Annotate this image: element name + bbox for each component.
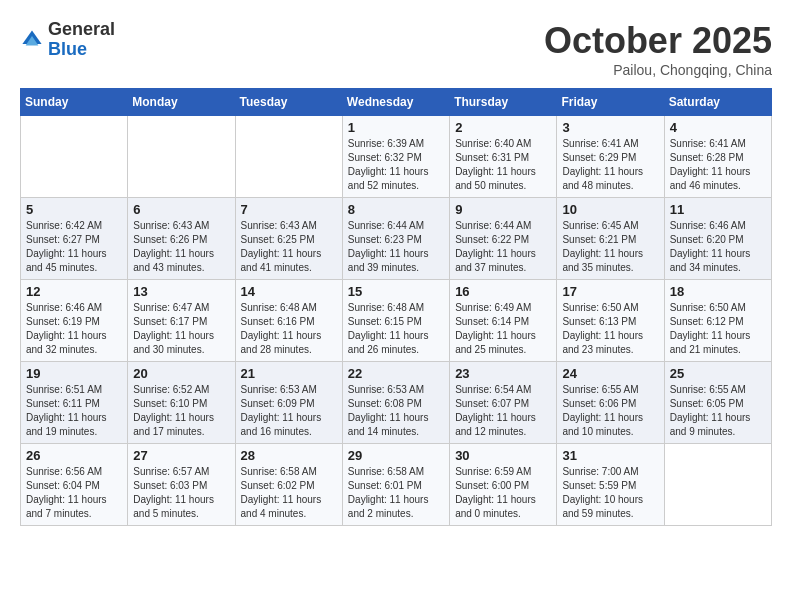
calendar-cell: 6Sunrise: 6:43 AM Sunset: 6:26 PM Daylig… [128, 198, 235, 280]
calendar-cell [664, 444, 771, 526]
day-info: Sunrise: 6:50 AM Sunset: 6:13 PM Dayligh… [562, 301, 658, 357]
day-info: Sunrise: 6:56 AM Sunset: 6:04 PM Dayligh… [26, 465, 122, 521]
day-number: 3 [562, 120, 658, 135]
calendar-cell: 2Sunrise: 6:40 AM Sunset: 6:31 PM Daylig… [450, 116, 557, 198]
day-number: 13 [133, 284, 229, 299]
logo-text: General Blue [48, 20, 115, 60]
day-info: Sunrise: 6:55 AM Sunset: 6:06 PM Dayligh… [562, 383, 658, 439]
day-number: 31 [562, 448, 658, 463]
calendar-cell: 10Sunrise: 6:45 AM Sunset: 6:21 PM Dayli… [557, 198, 664, 280]
calendar-cell [235, 116, 342, 198]
calendar-cell: 31Sunrise: 7:00 AM Sunset: 5:59 PM Dayli… [557, 444, 664, 526]
day-number: 8 [348, 202, 444, 217]
day-info: Sunrise: 6:51 AM Sunset: 6:11 PM Dayligh… [26, 383, 122, 439]
day-info: Sunrise: 6:59 AM Sunset: 6:00 PM Dayligh… [455, 465, 551, 521]
day-info: Sunrise: 6:48 AM Sunset: 6:15 PM Dayligh… [348, 301, 444, 357]
day-info: Sunrise: 6:50 AM Sunset: 6:12 PM Dayligh… [670, 301, 766, 357]
weekday-header-cell: Friday [557, 89, 664, 116]
day-number: 24 [562, 366, 658, 381]
day-number: 27 [133, 448, 229, 463]
day-number: 6 [133, 202, 229, 217]
calendar-week-row: 5Sunrise: 6:42 AM Sunset: 6:27 PM Daylig… [21, 198, 772, 280]
calendar-cell [21, 116, 128, 198]
calendar-cell: 4Sunrise: 6:41 AM Sunset: 6:28 PM Daylig… [664, 116, 771, 198]
day-number: 10 [562, 202, 658, 217]
day-number: 30 [455, 448, 551, 463]
day-info: Sunrise: 6:42 AM Sunset: 6:27 PM Dayligh… [26, 219, 122, 275]
day-number: 4 [670, 120, 766, 135]
day-info: Sunrise: 6:54 AM Sunset: 6:07 PM Dayligh… [455, 383, 551, 439]
day-info: Sunrise: 6:58 AM Sunset: 6:01 PM Dayligh… [348, 465, 444, 521]
day-info: Sunrise: 6:46 AM Sunset: 6:20 PM Dayligh… [670, 219, 766, 275]
day-number: 18 [670, 284, 766, 299]
calendar-cell: 21Sunrise: 6:53 AM Sunset: 6:09 PM Dayli… [235, 362, 342, 444]
month-title: October 2025 [544, 20, 772, 62]
calendar-cell: 9Sunrise: 6:44 AM Sunset: 6:22 PM Daylig… [450, 198, 557, 280]
day-info: Sunrise: 6:41 AM Sunset: 6:29 PM Dayligh… [562, 137, 658, 193]
day-number: 21 [241, 366, 337, 381]
day-number: 17 [562, 284, 658, 299]
calendar-cell: 26Sunrise: 6:56 AM Sunset: 6:04 PM Dayli… [21, 444, 128, 526]
day-info: Sunrise: 6:53 AM Sunset: 6:08 PM Dayligh… [348, 383, 444, 439]
day-number: 14 [241, 284, 337, 299]
calendar-body: 1Sunrise: 6:39 AM Sunset: 6:32 PM Daylig… [21, 116, 772, 526]
calendar-cell: 16Sunrise: 6:49 AM Sunset: 6:14 PM Dayli… [450, 280, 557, 362]
day-number: 26 [26, 448, 122, 463]
day-info: Sunrise: 6:40 AM Sunset: 6:31 PM Dayligh… [455, 137, 551, 193]
day-number: 20 [133, 366, 229, 381]
calendar-cell: 13Sunrise: 6:47 AM Sunset: 6:17 PM Dayli… [128, 280, 235, 362]
weekday-header-cell: Sunday [21, 89, 128, 116]
day-number: 9 [455, 202, 551, 217]
weekday-header-cell: Thursday [450, 89, 557, 116]
calendar-cell: 30Sunrise: 6:59 AM Sunset: 6:00 PM Dayli… [450, 444, 557, 526]
calendar-cell: 3Sunrise: 6:41 AM Sunset: 6:29 PM Daylig… [557, 116, 664, 198]
day-info: Sunrise: 6:41 AM Sunset: 6:28 PM Dayligh… [670, 137, 766, 193]
calendar-cell: 1Sunrise: 6:39 AM Sunset: 6:32 PM Daylig… [342, 116, 449, 198]
calendar-week-row: 1Sunrise: 6:39 AM Sunset: 6:32 PM Daylig… [21, 116, 772, 198]
day-number: 1 [348, 120, 444, 135]
weekday-header-cell: Wednesday [342, 89, 449, 116]
weekday-header-cell: Tuesday [235, 89, 342, 116]
day-number: 29 [348, 448, 444, 463]
day-info: Sunrise: 6:48 AM Sunset: 6:16 PM Dayligh… [241, 301, 337, 357]
day-info: Sunrise: 6:53 AM Sunset: 6:09 PM Dayligh… [241, 383, 337, 439]
calendar-cell: 17Sunrise: 6:50 AM Sunset: 6:13 PM Dayli… [557, 280, 664, 362]
day-number: 25 [670, 366, 766, 381]
day-info: Sunrise: 6:43 AM Sunset: 6:26 PM Dayligh… [133, 219, 229, 275]
day-info: Sunrise: 6:44 AM Sunset: 6:23 PM Dayligh… [348, 219, 444, 275]
day-info: Sunrise: 6:49 AM Sunset: 6:14 PM Dayligh… [455, 301, 551, 357]
day-number: 12 [26, 284, 122, 299]
page-header: General Blue October 2025 Pailou, Chongq… [20, 20, 772, 78]
logo: General Blue [20, 20, 115, 60]
calendar-cell [128, 116, 235, 198]
calendar-cell: 23Sunrise: 6:54 AM Sunset: 6:07 PM Dayli… [450, 362, 557, 444]
calendar-week-row: 26Sunrise: 6:56 AM Sunset: 6:04 PM Dayli… [21, 444, 772, 526]
calendar-week-row: 12Sunrise: 6:46 AM Sunset: 6:19 PM Dayli… [21, 280, 772, 362]
calendar-cell: 25Sunrise: 6:55 AM Sunset: 6:05 PM Dayli… [664, 362, 771, 444]
calendar-cell: 14Sunrise: 6:48 AM Sunset: 6:16 PM Dayli… [235, 280, 342, 362]
logo-icon [20, 28, 44, 52]
day-info: Sunrise: 6:46 AM Sunset: 6:19 PM Dayligh… [26, 301, 122, 357]
day-number: 5 [26, 202, 122, 217]
day-number: 2 [455, 120, 551, 135]
calendar-cell: 28Sunrise: 6:58 AM Sunset: 6:02 PM Dayli… [235, 444, 342, 526]
day-info: Sunrise: 7:00 AM Sunset: 5:59 PM Dayligh… [562, 465, 658, 521]
weekday-header-cell: Monday [128, 89, 235, 116]
calendar-cell: 11Sunrise: 6:46 AM Sunset: 6:20 PM Dayli… [664, 198, 771, 280]
title-area: October 2025 Pailou, Chongqing, China [544, 20, 772, 78]
location-subtitle: Pailou, Chongqing, China [544, 62, 772, 78]
calendar-cell: 29Sunrise: 6:58 AM Sunset: 6:01 PM Dayli… [342, 444, 449, 526]
day-info: Sunrise: 6:44 AM Sunset: 6:22 PM Dayligh… [455, 219, 551, 275]
day-number: 11 [670, 202, 766, 217]
logo-general: General [48, 20, 115, 40]
calendar-cell: 24Sunrise: 6:55 AM Sunset: 6:06 PM Dayli… [557, 362, 664, 444]
calendar-cell: 22Sunrise: 6:53 AM Sunset: 6:08 PM Dayli… [342, 362, 449, 444]
calendar-cell: 19Sunrise: 6:51 AM Sunset: 6:11 PM Dayli… [21, 362, 128, 444]
calendar-cell: 7Sunrise: 6:43 AM Sunset: 6:25 PM Daylig… [235, 198, 342, 280]
day-info: Sunrise: 6:39 AM Sunset: 6:32 PM Dayligh… [348, 137, 444, 193]
day-number: 19 [26, 366, 122, 381]
day-number: 15 [348, 284, 444, 299]
day-number: 16 [455, 284, 551, 299]
day-info: Sunrise: 6:55 AM Sunset: 6:05 PM Dayligh… [670, 383, 766, 439]
calendar-cell: 5Sunrise: 6:42 AM Sunset: 6:27 PM Daylig… [21, 198, 128, 280]
